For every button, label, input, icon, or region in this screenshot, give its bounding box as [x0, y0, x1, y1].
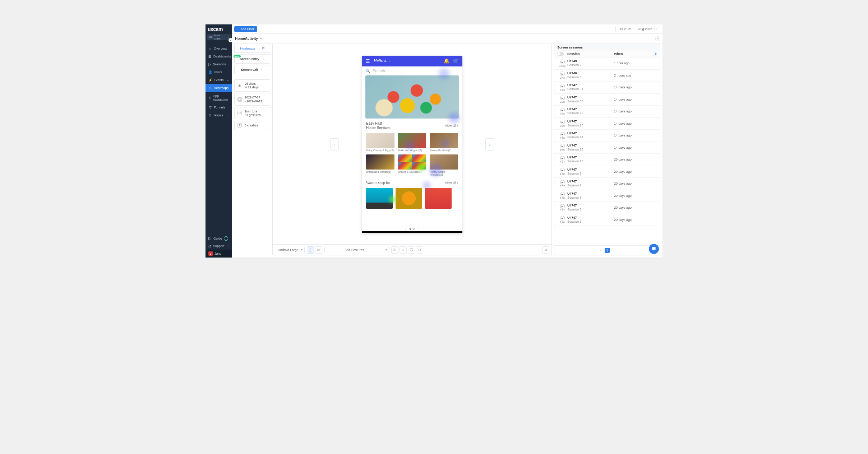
- session-row[interactable]: ▶0:18U#747Session 2414 days ago: [554, 130, 660, 142]
- menu-icon[interactable]: ☰: [365, 58, 370, 64]
- session-row[interactable]: ▶0:08U#747Session 3014 days ago: [554, 94, 660, 106]
- play-button[interactable]: ▶: [560, 144, 565, 148]
- bell-icon[interactable]: 🔔: [444, 58, 449, 64]
- screen-exit-button[interactable]: Screen exit ←: [234, 65, 270, 74]
- shop-item[interactable]: [396, 188, 422, 209]
- sidebar-item-overview[interactable]: ⌂Overview: [206, 45, 232, 52]
- shop-item[interactable]: [366, 188, 393, 209]
- play-button[interactable]: ▶: [560, 60, 565, 64]
- orientation-portrait-button[interactable]: ▯: [307, 246, 314, 254]
- shop-item[interactable]: [425, 188, 452, 209]
- session-row[interactable]: ▶1:08U#747Session 520 days ago: [554, 190, 660, 202]
- gesture-select[interactable]: All Gestures: [324, 247, 389, 253]
- session-duration: 0:23: [560, 89, 565, 91]
- page-prev[interactable]: ‹: [598, 248, 603, 253]
- sidebar-item-events[interactable]: ⚡Events⌄: [206, 76, 232, 84]
- session-row[interactable]: ▶0:43U#749Session 52 hours ago: [554, 70, 660, 82]
- session-user: U#747: [567, 216, 614, 220]
- play-button[interactable]: ▶: [560, 180, 565, 185]
- category-item[interactable]: Snacks & Cookies(1): [398, 154, 426, 176]
- play-button[interactable]: ▶: [560, 216, 565, 221]
- session-row[interactable]: ▶1:46U#747Session 120 days ago: [554, 214, 660, 226]
- prev-screen-button[interactable]: ‹: [330, 138, 339, 150]
- sidebar-item-heatmaps[interactable]: ♨Heatmaps: [206, 84, 232, 92]
- support-link[interactable]: ◔ Support ›: [206, 242, 232, 250]
- close-button[interactable]: ✕: [655, 36, 660, 41]
- face-neutral-button[interactable]: ☺: [400, 246, 407, 254]
- user-menu[interactable]: J Jane: [206, 250, 232, 258]
- session-when: 20 days ago: [614, 218, 657, 222]
- sidebar-item-issues[interactable]: ⊙Issues⌄: [206, 111, 232, 119]
- play-button[interactable]: ▶: [560, 204, 565, 209]
- session-row[interactable]: ▶0:41U#747Session 1020 days ago: [554, 154, 660, 166]
- sidebar-item-sessions[interactable]: ▷Sessions⌄: [206, 60, 232, 68]
- view-all-link[interactable]: View all›: [445, 124, 458, 128]
- play-button[interactable]: ▶: [560, 108, 565, 112]
- sessions-toggle[interactable]: [557, 52, 564, 56]
- session-duration: 0:43: [560, 77, 565, 79]
- play-button[interactable]: ▶: [560, 192, 565, 196]
- orientation-landscape-button[interactable]: ▭: [315, 246, 322, 254]
- view-all-link[interactable]: View all›: [445, 181, 458, 185]
- face-meh-button[interactable]: ⊖: [416, 246, 423, 254]
- session-name: Session 10: [567, 159, 614, 163]
- session-row[interactable]: ▶0:07U#747Session 720 days ago: [554, 178, 660, 190]
- session-user: U#747: [567, 131, 614, 135]
- sidebar-item-dashboards[interactable]: ▦DashboardsNEW⌄: [206, 52, 232, 60]
- category-item[interactable]: Breakfast & Snacks(1): [366, 154, 394, 176]
- device-select[interactable]: Android Large: [275, 247, 305, 253]
- category-item[interactable]: Pantry, Staple Products(2): [430, 154, 458, 176]
- page-next[interactable]: ›: [611, 248, 616, 253]
- category-image: [430, 154, 458, 170]
- fire-icon: ♨: [208, 86, 212, 90]
- category-label: Dairy, Cheese & Eggs(2): [366, 149, 394, 152]
- play-button[interactable]: ▶: [560, 96, 565, 100]
- intercom-button[interactable]: [649, 244, 659, 254]
- hero-banner[interactable]: [365, 75, 459, 119]
- session-row[interactable]: ▶0:09U#747Session 2814 days ago: [554, 118, 660, 130]
- session-when: 20 days ago: [614, 206, 657, 209]
- face-sad-button[interactable]: ☹: [408, 246, 415, 254]
- session-when: 14 days ago: [614, 134, 657, 137]
- session-when: 14 days ago: [614, 146, 657, 149]
- copy-icon[interactable]: ⧉: [262, 46, 264, 50]
- play-button[interactable]: ▶: [560, 156, 565, 161]
- play-button[interactable]: ▶: [560, 120, 565, 124]
- chevron-down-icon: ⌄: [228, 63, 230, 66]
- page-current[interactable]: 1: [605, 248, 610, 253]
- category-image: [398, 133, 426, 148]
- nav-label: Heatmaps: [214, 86, 228, 90]
- cart-icon[interactable]: 🛒: [453, 58, 459, 64]
- category-item[interactable]: Dairy, Cheese & Eggs(2): [366, 133, 394, 152]
- guide-link[interactable]: ⚿ Guide: [206, 235, 232, 242]
- session-row[interactable]: ▶0:09U#747Session 2914 days ago: [554, 106, 660, 118]
- play-button[interactable]: ▶: [560, 84, 565, 88]
- category-item[interactable]: Bakery Products(2): [430, 133, 458, 152]
- next-screen-button[interactable]: ›: [485, 138, 494, 150]
- sidebar-item-app-navigation[interactable]: ↯App navigation: [206, 92, 232, 103]
- play-button[interactable]: ▶: [560, 168, 565, 172]
- settings-button[interactable]: ⚙: [542, 246, 549, 254]
- col-when[interactable]: When ▲▼: [614, 52, 657, 56]
- session-row[interactable]: ▶0:23U#747Session 3114 days ago: [554, 82, 660, 94]
- warning-filter-button[interactable]: ⚠: [391, 246, 398, 254]
- sidebar-item-users[interactable]: 👤Users: [206, 68, 232, 76]
- session-name: Session 5: [567, 75, 614, 79]
- app-selector[interactable]: UX New Dem… › ‹: [207, 34, 231, 40]
- sidebar-item-funnels[interactable]: ▽Funnels: [206, 103, 232, 111]
- category-image: [366, 133, 394, 148]
- session-row[interactable]: ▶1:49U#747Session 2314 days ago: [554, 142, 660, 154]
- add-filter-button[interactable]: + Add Filter: [234, 26, 257, 32]
- play-button[interactable]: ▶: [560, 71, 565, 76]
- session-when: 20 days ago: [614, 170, 657, 173]
- category-item[interactable]: Fruits and Veggies(2): [398, 133, 426, 152]
- col-session[interactable]: Session: [567, 52, 614, 56]
- session-row[interactable]: ▶1:40U#747Session 920 days ago: [554, 166, 660, 178]
- edit-icon[interactable]: ✎: [260, 37, 263, 41]
- session-row[interactable]: ▶13:30U#749Session 71 hour ago: [554, 57, 660, 70]
- date-range-picker[interactable]: Jul 2022 → Aug 2022 ☐: [615, 26, 660, 32]
- play-button[interactable]: ▶: [560, 132, 565, 136]
- search-input[interactable]: 🔍 Search…: [362, 66, 462, 75]
- session-row[interactable]: ▶0:22U#747Session 320 days ago: [554, 202, 660, 214]
- tab-heatmaps[interactable]: Heatmaps ⧉: [235, 44, 270, 52]
